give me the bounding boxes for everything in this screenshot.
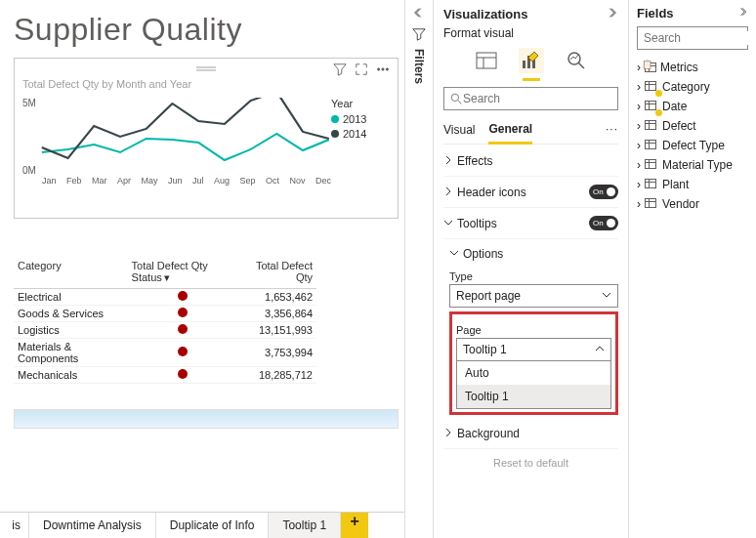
col-status[interactable]: Total Defect Qty Status▾ [128,258,237,289]
more-options-icon[interactable] [376,62,390,76]
collapse-pane-icon[interactable] [736,6,748,21]
fields-title: Fields [637,6,674,21]
toggle-header-icons[interactable]: On [589,185,618,199]
section-background[interactable]: Background [443,419,618,449]
col-qty[interactable]: Total Defect Qty [236,258,316,289]
y-axis: 5M 0M [22,98,36,176]
legend-dot-2013 [331,115,339,123]
drag-handle-icon[interactable] [194,62,218,76]
chevron-down-icon [602,289,611,303]
table-row[interactable]: Electrical1,653,462 [14,289,316,306]
chevron-right-icon [443,154,453,168]
visualizations-title: Visualizations [443,7,527,21]
field-table-date[interactable]: ›Date [637,97,748,116]
calc-table-icon: 📋 [645,62,656,73]
chevron-right-icon: › [637,80,641,94]
format-visual-icon[interactable] [519,48,544,73]
table-visual[interactable]: Category Total Defect Qty Status▾ Total … [14,258,399,384]
field-table-plant[interactable]: ›Plant [637,175,748,194]
status-dot-icon [178,347,188,356]
field-table-material-type[interactable]: ›Material Type [637,155,748,175]
fields-search[interactable] [637,26,748,50]
chevron-down-icon [443,217,453,230]
table-icon [645,139,658,152]
subsection-options[interactable]: Options [449,243,618,265]
toggle-tooltips[interactable]: On [589,216,618,230]
status-dot-icon [178,369,188,379]
page-option-tooltip1[interactable]: Tooltip 1 [457,385,610,408]
legend-dot-2014 [331,130,339,138]
chevron-right-icon: › [637,178,641,191]
fields-search-input[interactable] [644,31,756,45]
tab-visual[interactable]: Visual [443,119,475,143]
svg-point-3 [382,68,384,70]
field-table-defect-type[interactable]: ›Defect Type [637,136,748,155]
collapse-pane-icon[interactable] [605,6,618,22]
svg-line-14 [458,101,461,103]
page-dropdown[interactable]: Tooltip 1 Auto Tooltip 1 [456,338,611,361]
status-dot-icon [178,324,188,334]
type-label: Type [449,270,618,282]
line-chart-visual[interactable]: Total Defect Qty by Month and Year 5M 0M… [14,58,399,219]
type-dropdown[interactable]: Report page [449,284,618,308]
svg-point-13 [451,94,458,101]
add-page-button[interactable]: + [341,513,368,538]
chart-title: Total Defect Qty by Month and Year [22,78,390,90]
page-tab[interactable]: is [0,513,29,538]
reset-to-default[interactable]: Reset to default [443,457,618,469]
format-search[interactable] [443,87,618,110]
search-icon [450,93,463,105]
more-tabs-icon[interactable]: ··· [606,122,618,140]
chevron-right-icon: › [637,197,641,211]
focus-mode-icon[interactable] [355,62,368,76]
field-table-defect[interactable]: ›Defect [637,116,748,136]
status-dot-icon [178,291,188,301]
table-row[interactable]: Mechanicals18,285,712 [14,367,316,384]
col-category[interactable]: Category [14,258,128,289]
chevron-down-icon [449,247,459,261]
chevron-right-icon: › [637,119,641,133]
svg-point-2 [377,68,379,70]
field-table-vendor[interactable]: ›Vendor [637,194,748,214]
build-visual-icon[interactable] [474,48,499,73]
table-row[interactable]: Materials & Components3,753,994 [14,339,316,367]
filter-icon [412,27,426,41]
table-icon [645,158,658,172]
section-header-icons[interactable]: Header icons On [443,177,618,208]
svg-point-4 [386,68,388,70]
table-icon [645,80,658,94]
chart-plot [36,98,331,176]
filters-pane-collapsed[interactable]: Filters [404,0,434,538]
expand-filters-icon[interactable] [412,6,426,20]
svg-rect-5 [477,53,496,68]
page-tab[interactable]: Tooltip 1 [269,513,341,538]
chevron-right-icon: › [637,61,641,74]
section-effects[interactable]: Effects [443,146,618,177]
page-tab[interactable]: Duplicate of Info [156,513,270,538]
table-icon [645,119,658,133]
chevron-right-icon: › [637,158,641,172]
chevron-right-icon [443,186,453,199]
filters-label: Filters [412,49,426,84]
page-tabs: is Downtime Analysis Duplicate of Info T… [0,512,404,538]
report-canvas: Supplier Quality Total Defect Qty by Mon… [0,0,404,538]
analytics-icon[interactable] [564,48,589,73]
field-table-category[interactable]: ›Category [637,77,748,97]
table-row[interactable]: Goods & Services3,356,864 [14,306,316,322]
chevron-right-icon [443,427,453,440]
map-visual[interactable] [14,409,399,429]
svg-rect-8 [523,61,525,68]
highlight-box: Page Tooltip 1 Auto Tooltip 1 [449,311,618,415]
page-tab[interactable]: Downtime Analysis [29,513,156,538]
tab-general[interactable]: General [488,118,532,145]
status-dot-icon [178,308,188,317]
field-table-metrics[interactable]: ›📋Metrics [637,58,748,77]
section-tooltips[interactable]: Tooltips On [443,208,618,239]
chevron-right-icon: › [637,139,641,152]
format-search-input[interactable] [463,92,611,105]
table-icon [645,100,658,113]
table-row[interactable]: Logistics13,151,993 [14,322,316,339]
page-option-auto[interactable]: Auto [457,361,610,385]
visualizations-pane: Visualizations Format visual Visual Gene… [434,0,629,538]
filter-icon[interactable] [333,62,347,76]
